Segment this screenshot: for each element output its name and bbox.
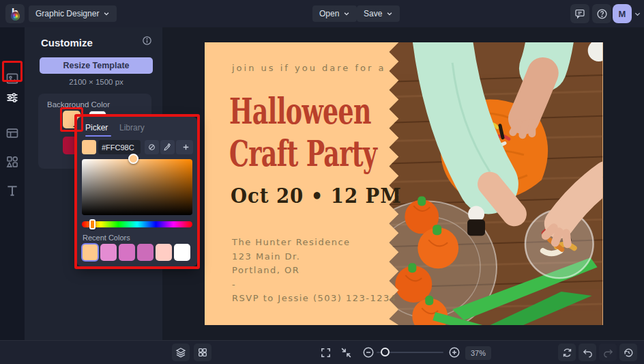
question-icon — [596, 8, 608, 20]
avatar-initial: M — [619, 9, 626, 19]
comment-icon — [574, 8, 585, 19]
recent-color-swatch[interactable] — [82, 244, 98, 261]
layers-icon — [175, 347, 186, 358]
info-icon[interactable] — [142, 36, 152, 46]
image-icon — [5, 72, 19, 85]
fullscreen-icon — [320, 347, 332, 359]
panel-title: Customize — [41, 37, 93, 48]
feedback-button[interactable] — [570, 4, 589, 23]
background-color-label: Background Color — [47, 100, 110, 109]
template-icon — [5, 126, 19, 140]
recent-color-swatch[interactable] — [156, 244, 172, 261]
plus-icon — [181, 143, 190, 152]
hue-slider[interactable] — [82, 221, 192, 227]
resize-template-button[interactable]: Resize Template — [40, 57, 153, 74]
redo-icon — [603, 348, 613, 358]
sidebar-item-graphics[interactable] — [3, 153, 21, 171]
recent-color-swatch[interactable] — [174, 244, 190, 261]
chevron-down-icon — [386, 10, 393, 17]
sliders-icon — [5, 91, 19, 104]
reset-button[interactable] — [558, 344, 576, 361]
fit-screen-button[interactable] — [337, 344, 355, 361]
zoom-in-button[interactable] — [445, 344, 463, 361]
befunky-logo[interactable]: b — [5, 4, 25, 23]
tab-library[interactable]: Library — [119, 123, 145, 132]
bottom-bar: 37% — [0, 340, 644, 364]
pages-button[interactable] — [194, 344, 211, 361]
sidebar-item-text[interactable] — [3, 182, 21, 199]
sidebar-item-customize[interactable] — [3, 89, 21, 107]
help-button[interactable] — [592, 4, 611, 23]
undo-icon — [583, 348, 593, 358]
recent-color-swatch[interactable] — [119, 244, 135, 261]
tool-selector-dropdown[interactable]: Graphic Designer — [29, 5, 117, 22]
top-bar: b Graphic Designer Open Save M — [0, 0, 644, 27]
history-button[interactable] — [619, 344, 637, 361]
hue-handle[interactable] — [89, 219, 96, 229]
sidebar-item-image-manager[interactable] — [3, 70, 21, 87]
zoom-slider[interactable] — [377, 352, 443, 353]
save-dropdown[interactable]: Save — [357, 5, 400, 22]
active-tab-underline — [85, 135, 111, 137]
refresh-icon — [562, 348, 572, 358]
design-canvas[interactable]: join us if you dare for a Halloween Craf… — [205, 42, 603, 325]
tab-picker[interactable]: Picker — [85, 123, 108, 132]
recent-colors-label: Recent Colors — [83, 234, 130, 242]
canvas-text-datetime[interactable]: Oct 20 • 12 PM — [231, 184, 402, 208]
eyedropper-button[interactable] — [160, 140, 175, 154]
plus-circle-icon — [448, 346, 460, 359]
save-label: Save — [364, 9, 382, 18]
saturation-area[interactable] — [82, 159, 192, 215]
history-icon — [624, 348, 634, 358]
open-label: Open — [319, 9, 339, 18]
recent-color-swatch[interactable] — [100, 244, 117, 261]
tool-sidebar — [0, 27, 25, 364]
layers-button[interactable] — [172, 344, 190, 361]
eyedropper-icon — [163, 143, 172, 152]
zoom-percent-badge: 37% — [465, 346, 491, 360]
color-picker-popup: Picker Library — [77, 117, 197, 266]
zoom-slider-handle[interactable] — [381, 348, 390, 356]
app-window: b Graphic Designer Open Save M — [0, 0, 644, 364]
template-dimensions: 2100 × 1500 px — [40, 78, 153, 86]
canvas-text-title[interactable]: Halloween Craft Party — [229, 90, 377, 175]
chevron-down-icon — [343, 10, 350, 17]
current-color-swatch[interactable] — [82, 140, 96, 154]
canvas-photo[interactable] — [387, 42, 603, 325]
zoom-out-button[interactable] — [360, 344, 377, 361]
open-dropdown[interactable]: Open — [312, 5, 357, 22]
redo-button[interactable] — [599, 344, 617, 361]
recent-color-swatch[interactable] — [137, 244, 153, 261]
chevron-down-icon — [103, 10, 110, 17]
grid-squares-icon — [197, 347, 208, 358]
undo-button[interactable] — [579, 344, 596, 361]
canvas-text-address[interactable]: The Hunter Residence 123 Main Dr. Portla… — [232, 236, 397, 306]
fit-screen-icon — [340, 347, 352, 359]
color-wheel-icon — [11, 12, 20, 20]
recent-colors-row — [82, 244, 190, 261]
add-color-button[interactable] — [179, 140, 193, 154]
no-color-icon — [147, 143, 156, 152]
tool-selector-label: Graphic Designer — [35, 9, 99, 18]
hex-color-input[interactable] — [98, 140, 141, 154]
canvas-text-intro[interactable]: join us if you dare for a — [232, 63, 385, 73]
sidebar-item-templates[interactable] — [3, 124, 21, 142]
account-chevron-icon[interactable] — [634, 10, 641, 18]
account-avatar[interactable]: M — [613, 4, 632, 23]
saturation-handle[interactable] — [128, 154, 138, 164]
minus-circle-icon — [362, 346, 375, 359]
shapes-icon — [5, 155, 19, 169]
fullscreen-button[interactable] — [317, 344, 334, 361]
title-line-2: Craft Party — [229, 132, 377, 175]
text-icon — [5, 184, 19, 197]
title-line-1: Halloween — [229, 90, 377, 132]
transparent-color-button[interactable] — [145, 140, 159, 154]
